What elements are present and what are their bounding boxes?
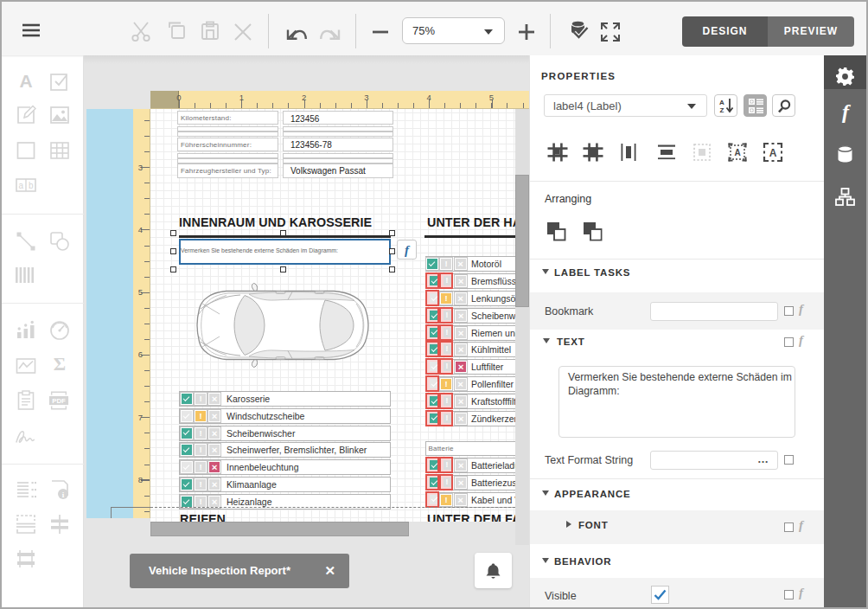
svg-text:A: A [769, 147, 777, 159]
svg-text:a: a [19, 181, 24, 190]
svg-text:A: A [719, 99, 724, 106]
svg-text:A: A [734, 148, 740, 157]
svg-text:PDF: PDF [52, 397, 66, 405]
svg-text:b: b [29, 181, 34, 190]
svg-text:Z: Z [720, 106, 724, 114]
